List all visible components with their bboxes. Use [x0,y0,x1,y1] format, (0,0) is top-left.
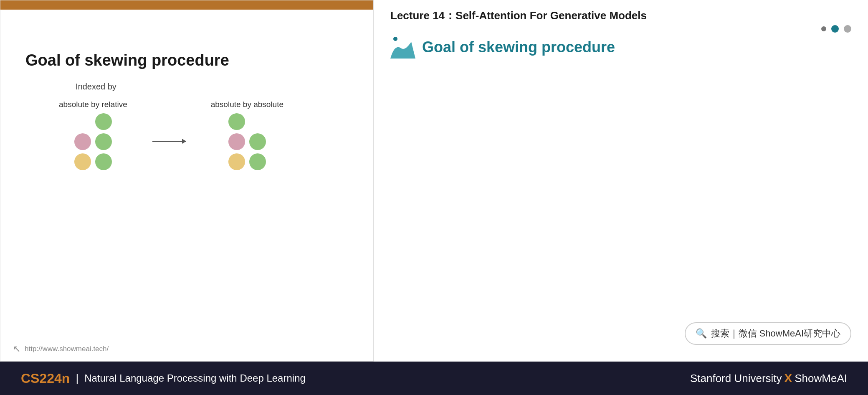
right-panel: Lecture 14：Self-Attention For Generative… [374,0,868,362]
course-separator: | [76,372,78,385]
search-box[interactable]: 🔍 搜索｜微信 ShowMeAI研究中心 [685,322,852,345]
right-diagram-label: absolute by absolute [211,100,283,109]
course-code: CS224n [21,371,70,386]
dot2-r1c1 [228,113,245,130]
footer-url: http://www.showmeai.tech/ [25,345,109,353]
x-symbol: X [784,372,792,385]
indexed-label: Indexed by [76,82,348,92]
slide-top-bar [0,0,373,10]
teal-icon [390,36,415,59]
course-name: Natural Language Processing with Deep Le… [84,372,306,384]
cursor-icon: ↖ [13,344,20,354]
dot-r2c1 [74,133,91,150]
right-slide-header: Goal of skewing procedure [390,36,851,59]
dot-r3c2 [95,153,112,170]
slide-body: Goal of skewing procedure Indexed by abs… [0,10,373,361]
left-diagram-label: absolute by relative [59,100,127,109]
slide-footer: ↖ http://www.showmeai.tech/ [13,344,109,354]
dot-r1c2 [95,113,112,130]
university-name: Stanford University [690,372,782,385]
dot-r3c1 [74,153,91,170]
bottom-bar: CS224n | Natural Language Processing wit… [0,362,868,395]
svg-point-0 [393,37,397,41]
nav-dot-1[interactable] [821,26,826,31]
dot2-r2c2 [249,133,266,150]
nav-dots [821,25,851,33]
nav-dot-2[interactable] [831,25,839,33]
slide-title: Goal of skewing procedure [25,51,348,69]
slide-diagrams: absolute by relative [59,100,348,170]
arrow [152,141,186,142]
dot-r2c2 [95,133,112,150]
arrow-container [152,128,186,142]
right-diagram: absolute by absolute [211,100,283,170]
course-info: CS224n | Natural Language Processing wit… [21,371,306,386]
slide-panel: Goal of skewing procedure Indexed by abs… [0,0,374,362]
brand-name: ShowMeAI [795,372,847,385]
university-info: Stanford University X ShowMeAI [690,372,847,385]
dot2-r3c2 [249,153,266,170]
lecture-title: Lecture 14：Self-Attention For Generative… [390,8,851,27]
search-text: 搜索｜微信 ShowMeAI研究中心 [711,327,841,340]
dot2-r1c2 [249,113,266,130]
left-diagram: absolute by relative [59,100,127,170]
right-slide-title: Goal of skewing procedure [422,38,615,56]
dot2-r2c1 [228,133,245,150]
search-icon: 🔍 [696,328,707,339]
dot2-r3c1 [228,153,245,170]
nav-dot-3[interactable] [844,25,851,33]
dot-r1c1 [74,113,91,130]
